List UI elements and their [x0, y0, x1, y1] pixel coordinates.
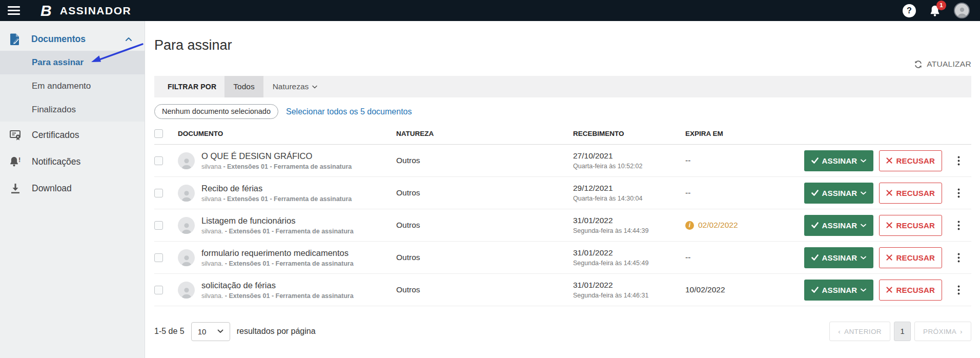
document-title: formulario requerimento medicamentos	[201, 248, 354, 258]
document-title: O QUE É DESIGN GRÁFICO	[201, 151, 352, 161]
person-icon	[180, 253, 193, 266]
filter-todos-button[interactable]: Todos	[224, 76, 263, 97]
table-header: DOCUMENTO NATUREZA RECEBIMENTO EXPIRA EM	[154, 125, 971, 145]
chevron-down-icon	[217, 329, 223, 333]
flow-name: - Extensões 01 - Ferramenta de assinatur…	[223, 260, 353, 267]
x-icon	[886, 287, 892, 293]
next-label: PRÓXIMA	[923, 328, 956, 335]
filter-naturezas-dropdown[interactable]: Naturezas	[273, 82, 318, 91]
chevron-left-glyph: ‹	[838, 328, 841, 335]
document-avatar	[178, 152, 195, 169]
certificate-icon	[9, 129, 22, 141]
sign-button[interactable]: ASSINAR	[804, 247, 874, 268]
chevron-down-icon	[861, 224, 866, 227]
select-all-checkbox[interactable]	[154, 129, 163, 138]
flow-name: - Extensões 01 - Ferramenta de assinatur…	[223, 228, 353, 235]
sidebar-item-certificados[interactable]: Certificados	[0, 122, 145, 148]
app-logo: B ASSINADOR	[40, 3, 131, 18]
refuse-button[interactable]: RECUSAR	[879, 247, 942, 268]
sidebar-item-notificacoes[interactable]: ! Notificações	[0, 148, 145, 175]
row-checkbox[interactable]	[154, 221, 163, 230]
document-subtitle: silvana. - Extensões 01 - Ferramenta de …	[201, 292, 354, 300]
sender-name: silvana.	[201, 228, 223, 235]
natureza-value: Outros	[396, 253, 420, 262]
row-menu-button[interactable]	[957, 253, 960, 263]
sign-button[interactable]: ASSINAR	[804, 150, 874, 171]
document-title: Listagem de funcionários	[201, 216, 354, 226]
chevron-down-icon	[861, 159, 866, 163]
table-footer: 1-5 de 5 10 resultados por página ‹ ANTE…	[154, 322, 971, 341]
received-date: 29/12/2021	[573, 184, 683, 193]
sidebar-item-em-andamento[interactable]: Em andamento	[0, 74, 145, 98]
next-page-button[interactable]: PRÓXIMA ›	[914, 322, 971, 341]
person-icon	[180, 156, 193, 169]
sidebar-item-download[interactable]: Download	[0, 175, 145, 202]
expira-warning-icon: i	[685, 221, 694, 230]
sign-button[interactable]: ASSINAR	[804, 215, 874, 236]
table-row: formulario requerimento medicamentos sil…	[154, 242, 971, 274]
document-title: Recibo de férias	[201, 184, 352, 193]
expira-date: --	[685, 156, 690, 165]
received-date: 31/01/2022	[573, 281, 683, 290]
per-page-select[interactable]: 10	[191, 322, 230, 341]
document-subtitle: silvana - Extensões 01 - Ferramenta de a…	[201, 195, 352, 203]
select-all-link[interactable]: Selecionar todos os 5 documentos	[286, 107, 412, 116]
check-icon	[811, 157, 819, 164]
received-weekday: Segunda-feira às 14:44:39	[573, 227, 683, 234]
flow-name: - Extensões 01 - Ferramenta de assinatur…	[221, 163, 352, 170]
expira-date: --	[685, 253, 690, 262]
person-icon	[180, 188, 193, 202]
help-button[interactable]: ?	[903, 4, 916, 17]
document-pen-icon	[9, 33, 21, 46]
sign-button[interactable]: ASSINAR	[804, 183, 874, 204]
previous-page-button[interactable]: ‹ ANTERIOR	[829, 322, 890, 341]
sidebar-item-finalizados[interactable]: Finalizados	[0, 98, 145, 122]
previous-label: ANTERIOR	[844, 328, 882, 335]
topbar: B ASSINADOR ? 1	[0, 0, 980, 21]
sender-name: silvana	[201, 163, 221, 170]
user-avatar[interactable]	[954, 3, 970, 18]
document-subtitle: silvana. - Extensões 01 - Ferramenta de …	[201, 260, 354, 267]
row-menu-button[interactable]	[957, 156, 960, 166]
document-avatar	[178, 185, 195, 202]
check-icon	[811, 190, 819, 196]
refuse-label: RECUSAR	[896, 156, 935, 165]
flow-name: - Extensões 01 - Ferramenta de assinatur…	[223, 292, 353, 300]
refuse-button[interactable]: RECUSAR	[879, 215, 942, 236]
row-checkbox[interactable]	[154, 189, 163, 197]
row-menu-button[interactable]	[957, 221, 960, 230]
svg-text:!: !	[18, 156, 21, 164]
natureza-value: Outros	[396, 156, 420, 165]
kebab-icon	[957, 253, 960, 263]
row-checkbox[interactable]	[154, 286, 163, 294]
refresh-label: ATUALIZAR	[927, 59, 971, 69]
natureza-value: Outros	[396, 221, 420, 229]
column-header-expira-em: EXPIRA EM	[683, 130, 801, 137]
x-icon	[886, 254, 892, 261]
sidebar-item-label: Certificados	[32, 130, 79, 141]
bell-alert-icon: !	[9, 155, 22, 168]
refresh-button[interactable]: ATUALIZAR	[914, 59, 971, 69]
table-row: Recibo de férias silvana - Extensões 01 …	[154, 177, 971, 209]
filter-bar: FILTRAR POR Todos Naturezas	[154, 76, 971, 97]
refuse-button[interactable]: RECUSAR	[879, 183, 942, 204]
row-checkbox[interactable]	[154, 156, 163, 165]
results-range: 1-5 de 5	[154, 327, 185, 336]
refuse-button[interactable]: RECUSAR	[879, 150, 942, 171]
sidebar-item-documentos[interactable]: Documentos	[0, 27, 145, 51]
sender-name: silvana	[201, 195, 221, 203]
document-subtitle: silvana - Extensões 01 - Ferramenta de a…	[201, 163, 352, 170]
received-weekday: Segunda-feira às 14:46:31	[573, 292, 683, 299]
notifications-button[interactable]: 1	[929, 5, 941, 17]
current-page-button[interactable]: 1	[894, 322, 911, 341]
row-menu-button[interactable]	[957, 188, 960, 198]
table-row: O QUE É DESIGN GRÁFICO silvana - Extensõ…	[154, 145, 971, 177]
sidebar-item-para-assinar[interactable]: Para assinar	[0, 51, 145, 74]
expira-date: --	[685, 188, 690, 197]
sign-button[interactable]: ASSINAR	[804, 280, 874, 301]
row-menu-button[interactable]	[957, 285, 960, 295]
kebab-icon	[957, 188, 960, 198]
menu-icon[interactable]	[8, 6, 20, 15]
row-checkbox[interactable]	[154, 253, 163, 262]
refuse-button[interactable]: RECUSAR	[879, 280, 942, 301]
